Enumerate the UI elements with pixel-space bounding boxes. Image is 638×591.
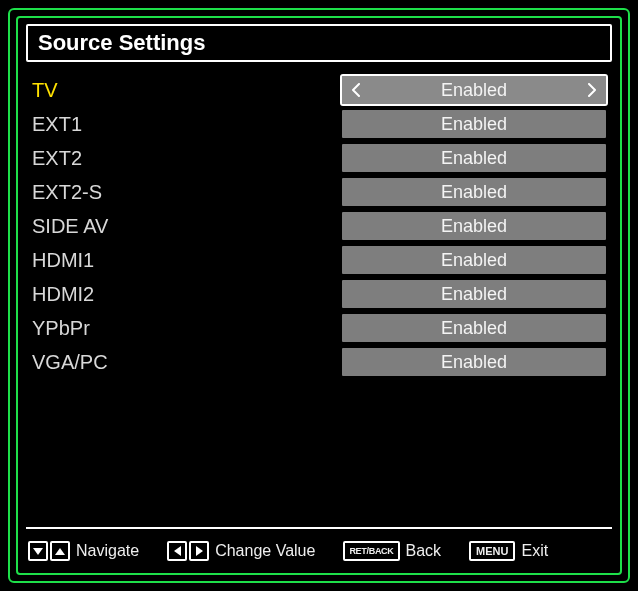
source-value: Enabled [441,250,507,271]
footer-hints: Navigate Change Value RET/BACK Back MENU… [18,529,620,573]
source-value-selector[interactable]: Enabled [342,348,606,376]
source-label: EXT2 [32,147,342,170]
title-box: Source Settings [26,24,612,62]
chevron-right-icon[interactable] [584,80,600,100]
chevron-left-icon[interactable] [348,80,364,100]
source-value-selector[interactable]: Enabled [342,314,606,342]
source-row[interactable]: HDMI2Enabled [32,278,606,310]
source-label: HDMI2 [32,283,342,306]
source-list: TVEnabledEXT1EnabledEXT2EnabledEXT2-SEna… [18,66,620,527]
source-value: Enabled [441,318,507,339]
source-value-selector[interactable]: Enabled [342,76,606,104]
arrow-down-icon [28,541,48,561]
hint-change-value-label: Change Value [215,542,315,560]
source-label: TV [32,79,342,102]
arrow-left-icon [167,541,187,561]
source-value: Enabled [441,80,507,101]
source-value-selector[interactable]: Enabled [342,246,606,274]
arrow-up-icon [50,541,70,561]
source-value: Enabled [441,182,507,203]
hint-change-value: Change Value [167,541,315,561]
source-value-selector[interactable]: Enabled [342,212,606,240]
source-label: EXT1 [32,113,342,136]
source-value-selector[interactable]: Enabled [342,280,606,308]
source-row[interactable]: HDMI1Enabled [32,244,606,276]
source-value-selector[interactable]: Enabled [342,144,606,172]
source-value: Enabled [441,352,507,373]
source-label: VGA/PC [32,351,342,374]
menu-inner-frame: Source Settings TVEnabledEXT1EnabledEXT2… [16,16,622,575]
source-value-selector[interactable]: Enabled [342,110,606,138]
source-row[interactable]: EXT2Enabled [32,142,606,174]
menu-outer-frame: Source Settings TVEnabledEXT1EnabledEXT2… [8,8,630,583]
source-row[interactable]: SIDE AVEnabled [32,210,606,242]
source-label: EXT2-S [32,181,342,204]
hint-back: RET/BACK Back [343,541,441,561]
nav-up-down-keys [28,541,70,561]
nav-left-right-keys [167,541,209,561]
arrow-right-icon [189,541,209,561]
source-row[interactable]: EXT2-SEnabled [32,176,606,208]
source-row[interactable]: VGA/PCEnabled [32,346,606,378]
hint-exit-label: Exit [521,542,548,560]
source-label: YPbPr [32,317,342,340]
source-label: SIDE AV [32,215,342,238]
source-row[interactable]: YPbPrEnabled [32,312,606,344]
source-value: Enabled [441,216,507,237]
source-value-selector[interactable]: Enabled [342,178,606,206]
source-row[interactable]: TVEnabled [32,74,606,106]
ret-back-key-icon: RET/BACK [343,541,399,561]
menu-key-icon: MENU [469,541,515,561]
source-row[interactable]: EXT1Enabled [32,108,606,140]
hint-navigate: Navigate [28,541,139,561]
source-value: Enabled [441,114,507,135]
hint-navigate-label: Navigate [76,542,139,560]
hint-exit: MENU Exit [469,541,548,561]
hint-back-label: Back [406,542,442,560]
source-label: HDMI1 [32,249,342,272]
source-value: Enabled [441,148,507,169]
page-title: Source Settings [38,30,600,56]
source-value: Enabled [441,284,507,305]
